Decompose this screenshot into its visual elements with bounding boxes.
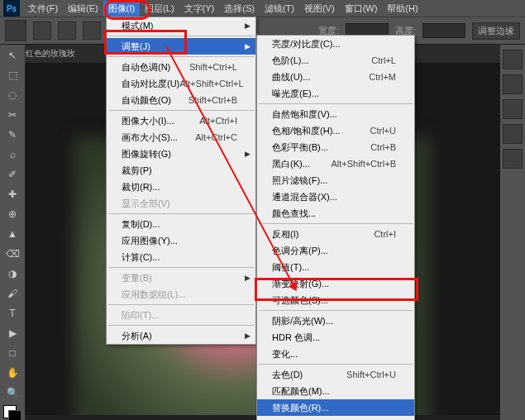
shape-tool[interactable]: □ [2, 344, 22, 362]
menu-item[interactable]: 显示全部(V) [107, 195, 255, 212]
menu-item[interactable]: HDR 色调... [257, 329, 414, 346]
menu-item[interactable]: 阴影/高光(W)... [257, 313, 414, 329]
panel-icon[interactable] [503, 149, 523, 169]
menu-item[interactable]: 黑白(K)...Alt+Shift+Ctrl+B [257, 155, 414, 172]
healing-tool[interactable]: ⌕ [2, 146, 22, 164]
menu-item[interactable]: 渐变映射(G)... [257, 275, 414, 292]
panel-dock [499, 45, 525, 420]
submenu-arrow-icon: ▶ [245, 21, 251, 30]
menu-help[interactable]: 帮助(H) [382, 1, 422, 17]
tool-preset[interactable] [5, 20, 26, 41]
menu-select[interactable]: 选择(S) [219, 1, 260, 17]
menu-item[interactable]: 裁切(R)... [107, 179, 255, 195]
eyedropper-tool[interactable]: ✎ [2, 126, 22, 144]
panel-icon[interactable] [503, 74, 523, 94]
menu-image[interactable]: 图像(I) [103, 1, 140, 17]
submenu-arrow-icon: ▶ [245, 274, 251, 282]
menu-item[interactable]: 模式(M)▶ [107, 17, 255, 34]
menu-item[interactable]: 匹配颜色(M)... [257, 383, 414, 399]
lasso-tool[interactable]: ◌ [2, 86, 22, 104]
opt-icon[interactable] [58, 21, 76, 40]
menu-type[interactable]: 文字(Y) [179, 1, 220, 17]
submenu-arrow-icon: ▶ [245, 332, 251, 340]
opt-icon[interactable] [33, 21, 51, 40]
menu-item[interactable]: 可选颜色(S)... [257, 292, 414, 308]
menu-item[interactable]: 画布大小(S)...Alt+Ctrl+C [107, 129, 255, 146]
brush-tool[interactable]: ✐ [2, 165, 22, 184]
menu-filter[interactable]: 滤镜(T) [260, 1, 299, 17]
hand-tool[interactable]: ✋ [2, 364, 22, 382]
menu-item[interactable]: 色调均化(Q)... [257, 416, 414, 420]
menu-item[interactable]: 曲线(U)...Ctrl+M [257, 69, 414, 85]
menu-file[interactable]: 文件(F) [23, 1, 63, 17]
image-menu-dropdown: 模式(M)▶调整(J)▶自动色调(N)Shift+Ctrl+L自动对比度(U)A… [106, 17, 256, 345]
menu-item[interactable]: 应用数据组(L)... [107, 286, 255, 303]
menu-item[interactable]: 替换颜色(R)... [257, 399, 414, 416]
menu-item[interactable]: 照片滤镜(F)... [257, 172, 414, 189]
submenu-arrow-icon: ▶ [245, 42, 251, 50]
move-tool[interactable]: ↖ [2, 46, 22, 64]
color-swatches[interactable] [3, 405, 21, 420]
menu-item[interactable]: 色彩平衡(B)...Ctrl+B [257, 139, 414, 155]
opt-icon[interactable] [83, 21, 101, 40]
panel-icon[interactable] [503, 50, 523, 69]
type-tool[interactable]: T [2, 304, 22, 322]
menu-item[interactable]: 陷印(T)... [107, 307, 255, 323]
menu-item[interactable]: 曝光度(E)... [257, 85, 414, 102]
menu-item[interactable]: 自动颜色(O)Shift+Ctrl+B [107, 92, 255, 108]
toolbox: ↖ ⬚ ◌ ✂ ✎ ⌕ ✐ ✚ ⊕ ▲ ⌫ ◑ 🖌 T ▶ □ ✋ 🔍 [0, 45, 26, 420]
menu-edit[interactable]: 编辑(E) [63, 1, 103, 17]
crop-tool[interactable]: ✂ [2, 106, 22, 124]
menu-item[interactable]: 颜色查找... [257, 205, 414, 222]
panel-icon[interactable] [503, 124, 523, 144]
menu-item[interactable]: 裁剪(P) [107, 162, 255, 179]
pen-tool[interactable]: 🖌 [2, 284, 22, 303]
menu-item[interactable]: 去色(D)Shift+Ctrl+U [257, 366, 414, 383]
marquee-tool[interactable]: ⬚ [2, 66, 22, 84]
menu-item[interactable]: 变化... [257, 346, 414, 362]
menu-item[interactable]: 自动色调(N)Shift+Ctrl+L [107, 59, 255, 75]
adjustments-submenu: 亮度/对比度(C)...色阶(L)...Ctrl+L曲线(U)...Ctrl+M… [256, 35, 415, 420]
menu-item[interactable]: 自动对比度(U)Alt+Shift+Ctrl+L [107, 75, 255, 92]
menu-item[interactable]: 分析(A)▶ [107, 327, 255, 344]
gradient-tool[interactable]: ⌫ [2, 245, 22, 263]
submenu-arrow-icon: ▶ [245, 150, 251, 158]
height-field[interactable] [422, 23, 465, 38]
menu-item[interactable]: 应用图像(Y)... [107, 232, 255, 249]
menu-item[interactable]: 调整(J)▶ [107, 38, 255, 55]
stamp-tool[interactable]: ✚ [2, 185, 22, 203]
menu-item[interactable]: 变量(B)▶ [107, 270, 255, 286]
menubar: Ps 文件(F) 编辑(E) 图像(I) 图层(L) 文字(Y) 选择(S) 滤… [0, 0, 525, 17]
history-brush-tool[interactable]: ⊕ [2, 205, 22, 223]
menu-view[interactable]: 视图(V) [299, 1, 340, 17]
refine-edge-button[interactable]: 调整边缘 [472, 22, 520, 40]
menu-item[interactable]: 图像大小(I)...Alt+Ctrl+I [107, 112, 255, 129]
dodge-tool[interactable]: ◑ [2, 265, 22, 283]
path-tool[interactable]: ▶ [2, 324, 22, 342]
menu-item[interactable]: 复制(D)... [107, 216, 255, 232]
eraser-tool[interactable]: ▲ [2, 225, 22, 243]
menu-item[interactable]: 通道混合器(X)... [257, 189, 414, 205]
menu-item[interactable]: 亮度/对比度(C)... [257, 36, 414, 52]
menu-layer[interactable]: 图层(L) [140, 1, 179, 17]
menu-item[interactable]: 色阶(L)...Ctrl+L [257, 52, 414, 69]
panel-icon[interactable] [503, 99, 523, 119]
menu-item[interactable]: 计算(C)... [107, 249, 255, 265]
menu-item[interactable]: 色相/饱和度(H)...Ctrl+U [257, 122, 414, 139]
app-logo: Ps [3, 0, 20, 17]
menu-item[interactable]: 色调分离(P)... [257, 242, 414, 259]
menu-window[interactable]: 窗口(W) [340, 1, 383, 17]
menu-item[interactable]: 图像旋转(G)▶ [107, 146, 255, 162]
zoom-tool[interactable]: 🔍 [2, 384, 22, 402]
menu-item[interactable]: 反相(I)Ctrl+I [257, 226, 414, 242]
menu-item[interactable]: 自然饱和度(V)... [257, 106, 414, 122]
menu-item[interactable]: 阈值(T)... [257, 259, 414, 275]
